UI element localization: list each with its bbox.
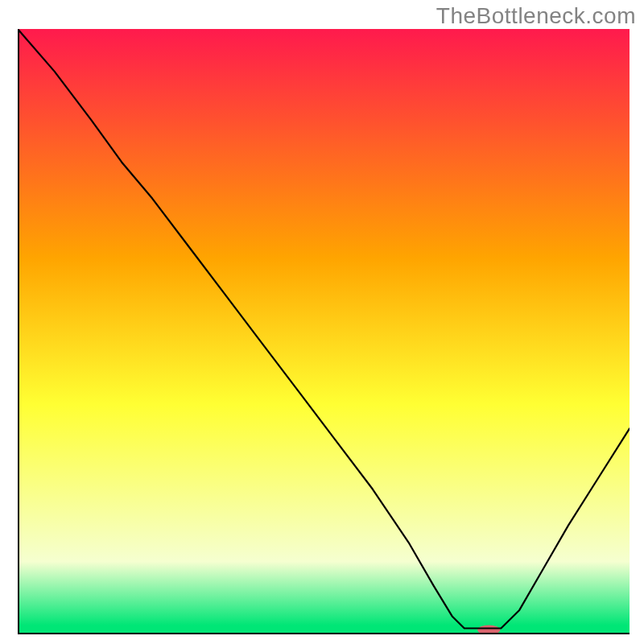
bottleneck-chart-canvas [18, 29, 630, 634]
watermark-text: TheBottleneck.com [436, 3, 636, 29]
plot-area [18, 29, 630, 634]
chart-container: TheBottleneck.com [0, 0, 644, 644]
